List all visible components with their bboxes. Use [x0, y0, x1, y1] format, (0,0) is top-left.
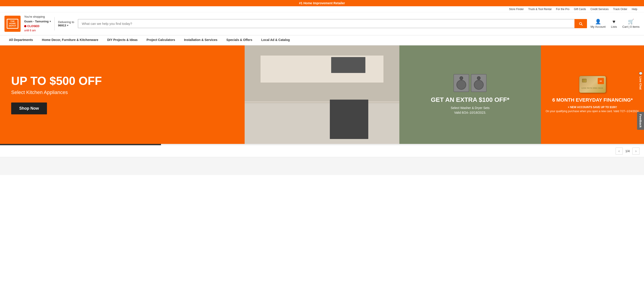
lists-label: Lists: [611, 25, 617, 29]
feedback-widget[interactable]: Feedback: [637, 112, 644, 130]
carousel-next-button[interactable]: ›: [632, 147, 640, 155]
my-account-label: My Account: [590, 25, 606, 29]
search-button[interactable]: [574, 19, 587, 28]
kitchen-image: [245, 46, 399, 144]
dryer-icon: [471, 74, 486, 92]
utility-nav-store-finder[interactable]: Store Finder: [509, 8, 524, 11]
finance-detail: + NEW ACCOUNTS SAVE UP TO $100† On your …: [546, 105, 639, 113]
delivery-info: Delivering to 96913 ▾: [58, 20, 74, 27]
heart-icon: ♥: [612, 19, 616, 25]
washer-door: [456, 80, 466, 90]
nav-home-decor[interactable]: Home Decor, Furniture & Kitchenware: [37, 35, 103, 45]
header-actions: 👤 My Account ♥ Lists 🛒 Cart | 0 items: [590, 19, 640, 29]
utility-nav: Store Finder Truck & Tool Rental For the…: [0, 6, 644, 12]
until-text: until 6 am: [24, 29, 51, 33]
washer-icon: [454, 74, 469, 92]
zip-code-button[interactable]: 96913 ▾: [58, 24, 74, 27]
utility-nav-help[interactable]: Help: [632, 8, 637, 11]
shopping-label: You're shopping: [24, 15, 51, 19]
microwave-icon: [331, 57, 365, 73]
hero-headline: UP TO $500 OFF: [11, 75, 234, 87]
feedback-label: Feedback: [639, 114, 642, 128]
hero-panel-3-laundry: GET AN EXTRA $100 OFF* Select Washer & D…: [399, 46, 541, 144]
my-account-button[interactable]: 👤 My Account: [590, 19, 606, 29]
washer-dryer-image: [454, 74, 486, 92]
live-chat-label: Live Chat: [639, 77, 642, 90]
account-icon: 👤: [595, 19, 601, 25]
search-input[interactable]: [78, 19, 574, 28]
washer-promo-detail: Select Washer & Dryer Sets Valid 8/24–10…: [450, 106, 490, 115]
cart-label: Cart | 0 items: [622, 25, 640, 29]
nav-project-calculators[interactable]: Project Calculators: [142, 35, 180, 45]
bottom-strip: [0, 157, 644, 175]
logo-box: THE HOME DEPOT: [4, 16, 20, 32]
carousel-prev-button[interactable]: ‹: [616, 147, 623, 155]
utility-nav-for-pro[interactable]: For the Pro: [556, 8, 569, 11]
search-icon: [578, 22, 583, 26]
delivering-label: Delivering to: [58, 20, 74, 24]
finance-valid: Valid 7/27–1/24/2024.: [613, 110, 639, 113]
carousel-controls: ‹ 1/4 ›: [0, 145, 644, 157]
search-wrap: [78, 19, 587, 28]
hero-panel-4-financing: HD 1234 5678 0563 9024 6 MONTH EVERYDAY …: [541, 46, 644, 144]
card-number: 1234 5678 0563 9024: [582, 87, 603, 89]
hero-subtext: Select Kitchen Appliances: [11, 90, 234, 95]
carousel-indicator: 1/4: [623, 149, 632, 153]
chat-icon: 💬: [639, 72, 642, 75]
shop-now-button[interactable]: Shop Now: [11, 103, 47, 114]
card-logo-icon: HD: [598, 78, 604, 84]
utility-nav-track-order[interactable]: Track Order: [613, 8, 628, 11]
dryer-door: [474, 80, 484, 90]
cart-button[interactable]: 🛒 Cart | 0 items: [622, 19, 640, 29]
nav-diy-projects[interactable]: DIY Projects & Ideas: [103, 35, 142, 45]
card-chip-icon: [582, 79, 586, 82]
range-icon: [330, 100, 368, 139]
store-info: You're shopping Guam - Tamuning ▾ CLOSED…: [24, 15, 51, 33]
finance-headline: 6 MONTH EVERYDAY FINANCING*: [552, 97, 633, 103]
logo-text: THE HOME DEPOT: [9, 20, 16, 27]
nav-installation-services[interactable]: Installation & Services: [180, 35, 222, 45]
lists-button[interactable]: ♥ Lists: [611, 19, 617, 29]
closed-status: CLOSED: [24, 24, 51, 29]
logo[interactable]: THE HOME DEPOT: [4, 16, 20, 32]
utility-nav-gift-cards[interactable]: Gift Cards: [574, 8, 586, 11]
top-banner-text: #1 Home Improvement Retailer: [299, 1, 345, 5]
closed-dot-icon: [24, 25, 26, 27]
main-nav: All Departments Home Decor, Furniture & …: [0, 35, 644, 46]
top-banner: #1 Home Improvement Retailer: [0, 0, 644, 6]
nav-specials-offers[interactable]: Specials & Offers: [222, 35, 257, 45]
washer-promo-headline: GET AN EXTRA $100 OFF*: [431, 97, 510, 103]
store-name-button[interactable]: Guam - Tamuning ▾: [24, 19, 51, 24]
utility-nav-credit-services[interactable]: Credit Services: [590, 8, 608, 11]
finance-subline: + NEW ACCOUNTS SAVE UP TO $100†: [546, 105, 639, 109]
header-divider: [54, 17, 54, 31]
cabinet-lower: [245, 103, 399, 144]
store-chevron-icon: ▾: [50, 20, 51, 23]
utility-nav-truck-rental[interactable]: Truck & Tool Rental: [528, 8, 552, 11]
washer-dial: [460, 76, 463, 80]
main-header: THE HOME DEPOT You're shopping Guam - Ta…: [0, 12, 644, 35]
dryer-dial: [477, 76, 480, 80]
hero-panel-1: UP TO $500 OFF Select Kitchen Appliances…: [0, 46, 245, 144]
logo-outline: THE HOME DEPOT: [7, 19, 18, 29]
credit-card-image: HD 1234 5678 0563 9024: [579, 76, 606, 93]
finance-detail-text: On your qualifying purchase when you ope…: [546, 110, 613, 113]
nav-local-ad-catalog[interactable]: Local Ad & Catalog: [257, 35, 294, 45]
zip-chevron-icon: ▾: [67, 24, 68, 27]
hero-banner: UP TO $500 OFF Select Kitchen Appliances…: [0, 46, 644, 144]
nav-all-departments[interactable]: All Departments: [4, 35, 37, 45]
live-chat-widget[interactable]: 💬 Live Chat: [637, 69, 644, 92]
cart-icon: 🛒: [628, 19, 634, 25]
hero-panel-2-kitchen: [245, 46, 399, 144]
